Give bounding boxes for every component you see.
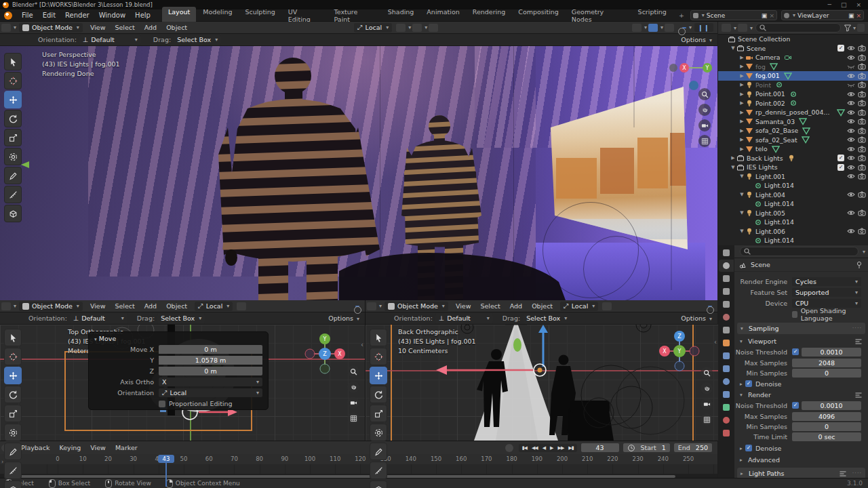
move-panel-title[interactable]: ▾ Move bbox=[94, 335, 262, 342]
properties-tab-modifiers[interactable] bbox=[719, 350, 734, 362]
auto-keying-record-button[interactable] bbox=[505, 444, 513, 452]
viewlayer-selector[interactable]: ▾ ViewLayer ▣× bbox=[781, 10, 864, 20]
outliner-label[interactable]: Samanta_03 bbox=[755, 118, 795, 125]
render-visibility-camera-icon[interactable] bbox=[858, 81, 866, 89]
device-dropdown[interactable]: CPU▾ bbox=[792, 299, 861, 308]
grid-view-icon[interactable] bbox=[347, 412, 359, 424]
orientation-dropdown[interactable]: ⊥Default▾ bbox=[79, 35, 141, 45]
visibility-eye-icon[interactable] bbox=[847, 72, 855, 80]
zoom-view-icon[interactable] bbox=[347, 365, 359, 378]
viewport-noise-checkbox[interactable]: ✓ bbox=[792, 348, 799, 355]
expand-icon[interactable]: ▶ bbox=[738, 146, 745, 152]
tool-cursor-button[interactable] bbox=[370, 348, 387, 365]
expand-icon[interactable]: ▶ bbox=[738, 128, 745, 134]
outliner-label[interactable]: rp_dennis_posed_004_30k bbox=[755, 108, 833, 116]
expand-icon[interactable]: ▶ bbox=[738, 92, 745, 97]
properties-tab-output[interactable] bbox=[719, 272, 734, 285]
render-visibility-camera-icon[interactable] bbox=[858, 190, 866, 199]
outliner-label[interactable]: Light.001 bbox=[755, 173, 785, 180]
show-gizmo-icon[interactable] bbox=[632, 24, 642, 32]
visibility-eye-icon[interactable] bbox=[847, 90, 855, 98]
pan-view-icon[interactable] bbox=[698, 104, 711, 116]
outliner-row-sofa-02-seat[interactable]: ▶sofa_02_Seat bbox=[718, 136, 868, 145]
visibility-eye-icon[interactable] bbox=[847, 99, 855, 107]
pause-render-button[interactable]: ❙❙ bbox=[694, 23, 713, 32]
visibility-eye-icon[interactable] bbox=[847, 154, 855, 162]
sampling-section-header[interactable]: ▾Sampling···· bbox=[737, 323, 865, 334]
properties-tab-particles[interactable] bbox=[719, 363, 734, 375]
menu-edit[interactable]: Edit bbox=[38, 10, 60, 20]
tool-add-cube-button[interactable] bbox=[370, 481, 387, 488]
collection-checkbox[interactable]: ✓ bbox=[837, 164, 844, 171]
show-overlays-icon[interactable] bbox=[648, 24, 658, 32]
jump-end-button[interactable]: ▶▮ bbox=[566, 445, 575, 451]
pivot-point-icon[interactable] bbox=[396, 24, 406, 32]
outliner-label[interactable]: fog bbox=[755, 63, 766, 70]
vptop-menu-object[interactable]: Object bbox=[161, 301, 192, 311]
tool-rotate-button[interactable] bbox=[370, 386, 387, 403]
outliner-label[interactable]: Light.004 bbox=[755, 191, 785, 199]
tool-rotate-button[interactable] bbox=[4, 110, 22, 127]
window-minimize-button[interactable]: ─ bbox=[828, 1, 831, 8]
visibility-eye-icon[interactable] bbox=[847, 54, 855, 62]
orientation-dropdown[interactable]: ⊥Default▾ bbox=[70, 314, 127, 323]
outliner-search-input[interactable] bbox=[755, 23, 841, 33]
viewlayer-name[interactable]: ViewLayer bbox=[797, 12, 846, 19]
viewport-denoise-checkbox[interactable]: ✓ bbox=[745, 380, 752, 387]
play-button[interactable]: ▶ bbox=[548, 445, 555, 451]
transform-orientation[interactable]: ⤢Local▾ bbox=[195, 302, 233, 311]
snap-magnet-icon[interactable] bbox=[412, 24, 422, 32]
outliner-label[interactable]: Light.014 bbox=[764, 200, 794, 207]
outliner-row-light-014[interactable]: Light.014 bbox=[718, 218, 868, 227]
feature-set-dropdown[interactable]: Supported▾ bbox=[792, 288, 861, 297]
render-visibility-camera-icon[interactable] bbox=[858, 163, 866, 171]
tool-measure-button[interactable] bbox=[370, 462, 387, 479]
vpback-menu-object[interactable]: Object bbox=[527, 301, 557, 311]
drag-dropdown[interactable]: Select Box▾ bbox=[174, 35, 221, 45]
render-visibility-camera-icon[interactable] bbox=[858, 54, 866, 62]
tool-measure-button[interactable] bbox=[4, 186, 22, 203]
pan-view-icon[interactable] bbox=[701, 382, 713, 394]
render-visibility-camera-icon[interactable] bbox=[858, 145, 866, 153]
viewport-max-samples-field[interactable]: 2048 bbox=[792, 359, 861, 367]
expand-icon[interactable]: ▼ bbox=[730, 45, 736, 51]
tool-move-button[interactable] bbox=[4, 367, 22, 384]
frame-end-field[interactable]: End250 bbox=[674, 443, 712, 452]
render-noise-field[interactable]: 0.0010 bbox=[802, 401, 861, 410]
outliner-row-ies-lights[interactable]: ▼IES Lights✓ bbox=[718, 163, 868, 172]
vpmain-menu-object[interactable]: Object bbox=[161, 22, 192, 33]
outliner-label[interactable]: Camera bbox=[755, 54, 780, 61]
mode-selector[interactable]: Object Mode▾ bbox=[384, 302, 448, 311]
render-noise-checkbox[interactable]: ✓ bbox=[792, 402, 799, 409]
outliner-options-icon[interactable] bbox=[857, 24, 865, 32]
tool-scale-button[interactable] bbox=[370, 405, 387, 422]
expand-icon[interactable]: ▶ bbox=[738, 137, 745, 142]
render-visibility-camera-icon[interactable] bbox=[858, 62, 866, 70]
tool-annotate-button[interactable] bbox=[370, 443, 387, 460]
visibility-eye-icon[interactable] bbox=[847, 163, 855, 171]
expand-icon[interactable]: ▼ bbox=[738, 210, 745, 216]
expand-icon[interactable]: ▶ bbox=[738, 110, 745, 115]
tool-select-button[interactable] bbox=[4, 53, 22, 70]
outliner-row-rp-dennis-posed-004-30k[interactable]: ▶rp_dennis_posed_004_30k bbox=[718, 108, 868, 117]
expand-icon[interactable]: ▼ bbox=[738, 192, 745, 197]
move-z-field[interactable]: 0 m bbox=[159, 367, 262, 375]
tool-rotate-button[interactable] bbox=[4, 386, 22, 403]
options-dropdown[interactable]: Options ▾ bbox=[681, 314, 712, 322]
expand-icon[interactable]: ▶ bbox=[738, 82, 745, 87]
tl-menu-playback[interactable]: Playback bbox=[16, 443, 54, 453]
add-workspace-tab[interactable]: + bbox=[673, 10, 690, 20]
properties-tab-tool[interactable] bbox=[719, 247, 734, 259]
expand-icon[interactable]: ▼ bbox=[730, 165, 736, 170]
outliner-row-light-014[interactable]: Light.014 bbox=[718, 181, 868, 190]
render-visibility-camera-icon[interactable] bbox=[858, 90, 866, 98]
render-visibility-camera-icon[interactable] bbox=[858, 99, 866, 107]
tool-transform-button[interactable] bbox=[4, 148, 22, 165]
visibility-eye-icon[interactable] bbox=[847, 136, 855, 144]
outliner-row-sofa-02-base[interactable]: ▶sofa_02_Base bbox=[718, 126, 868, 136]
expand-icon[interactable]: ▼ bbox=[738, 228, 745, 234]
menu-window[interactable]: Window bbox=[94, 10, 130, 20]
timeline-track[interactable] bbox=[0, 464, 717, 474]
drag-dropdown[interactable]: Select Box▾ bbox=[157, 314, 205, 323]
filter-icon[interactable] bbox=[844, 24, 852, 32]
